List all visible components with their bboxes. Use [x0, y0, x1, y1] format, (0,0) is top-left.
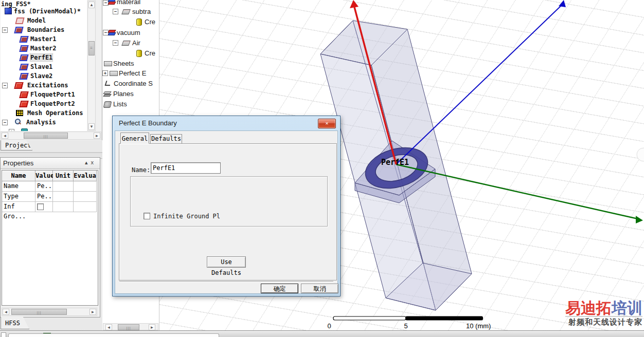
material-layers-icon — [109, 30, 115, 35]
watermark-tagline: 射频和天线设计专家 — [565, 316, 642, 326]
scroll-left-button[interactable]: ◄ — [2, 133, 8, 139]
prop-type-unit[interactable] — [53, 192, 74, 202]
message-window-edge — [0, 330, 644, 337]
properties-grid: Name Value Unit Evalua Name Pe... Type P… — [2, 170, 98, 306]
project-hscrollbar[interactable]: ◄ ||| ► — [1, 132, 101, 140]
docked-window-top[interactable] — [8, 333, 219, 337]
collapse-toggle[interactable]: − — [113, 9, 118, 14]
scale-10: 10 (mm) — [466, 322, 491, 330]
prop-type-eval — [74, 192, 97, 202]
scroll-right-button[interactable]: ► — [90, 309, 96, 315]
collapse-panel-button[interactable]: ▴ — [85, 159, 91, 165]
y-axis-arrow — [559, 0, 566, 7]
dialog-titlebar[interactable]: Perfect E Boundary — [113, 116, 340, 130]
collapse-toggle[interactable]: − — [2, 83, 8, 88]
expand-toggle[interactable]: + — [9, 129, 14, 131]
sheet-icon — [110, 71, 118, 76]
prop-infground-eval — [74, 202, 97, 212]
solid-box-icon — [121, 41, 131, 46]
tab-general[interactable]: General — [120, 133, 149, 144]
sheet-icon — [104, 61, 112, 66]
column-header-value[interactable]: Value — [35, 171, 53, 181]
hfss-application: { "project_panel": { "header": "ing_FSS*… — [0, 0, 644, 337]
properties-title: Properties — [3, 159, 33, 167]
model-icon — [15, 17, 24, 24]
collapse-toggle[interactable]: − — [113, 40, 118, 46]
mesh-icon — [16, 110, 23, 116]
options-groupbox: Infinite Ground Pl — [130, 176, 328, 227]
properties-titlebar[interactable]: Properties ▴x — [1, 158, 100, 169]
watermark-brand: 易迪拓培训 — [565, 300, 642, 316]
project-vscrollbar[interactable]: ▲ ≡ ▼ — [87, 1, 96, 131]
cancel-button[interactable]: 取消 — [301, 284, 338, 293]
scroll-thumb[interactable]: ||| — [118, 324, 139, 330]
prop-type-label: Type — [2, 192, 35, 202]
tab-defaults[interactable]: Defaults — [150, 134, 182, 143]
watermark-brand-red: 易迪拓 — [565, 299, 612, 316]
prop-name-unit[interactable] — [53, 181, 74, 192]
collapse-toggle[interactable]: − — [2, 120, 8, 125]
ok-button[interactable]: 确定 — [261, 284, 298, 293]
watermark-brand-blue: 培训 — [612, 299, 642, 316]
use-defaults-button[interactable]: Use Defaults — [207, 256, 246, 268]
expand-toggle[interactable]: + — [102, 70, 108, 76]
prop-infground-unit[interactable] — [53, 202, 74, 212]
modeler-hscrollbar[interactable]: ◄ ||| ► — [103, 323, 158, 330]
boundary-icon — [19, 64, 28, 70]
prop-name-label: Name — [2, 181, 35, 192]
z-axis-arrow — [636, 216, 643, 223]
perfect-e-boundary-dialog: Perfect E Boundary ✕ General Defaults Na… — [112, 116, 341, 296]
column-header-unit[interactable]: Unit — [53, 171, 74, 181]
column-header-name[interactable]: Name — [2, 171, 35, 181]
boundary-icon — [14, 27, 23, 33]
scroll-thumb[interactable]: ≡ — [88, 41, 95, 55]
x-axis-arrow — [350, 0, 359, 8]
close-panel-button[interactable]: x — [91, 159, 97, 165]
infinite-ground-label: Infinite Ground Pl — [153, 213, 220, 220]
dialog-separator — [119, 281, 333, 282]
excitation-icon — [14, 82, 23, 89]
project-tree[interactable]: ing_FSS* fss (DrivenModal)* Model − Boun… — [1, 0, 87, 131]
properties-hscrollbar[interactable]: ◄ ||| ► — [2, 308, 97, 316]
tab-hfss[interactable]: HFSS — [1, 317, 29, 329]
dialog-close-button[interactable]: ✕ — [318, 119, 336, 128]
boundary-name-input[interactable] — [151, 162, 221, 174]
column-header-evaluated[interactable]: Evalua — [74, 171, 97, 181]
scroll-left-button[interactable]: ◄ — [105, 324, 112, 330]
perfe1-label: PerfE1 — [381, 158, 409, 167]
material-layers-icon — [109, 0, 115, 5]
inf-ground-checkbox[interactable] — [37, 203, 44, 210]
solid-box-icon — [121, 9, 131, 14]
window-corner — [1, 332, 6, 337]
prop-infground-value[interactable] — [35, 202, 53, 212]
prop-name-eval — [74, 181, 97, 192]
lists-icon — [103, 101, 112, 108]
dialog-title: Perfect E Boundary — [119, 119, 177, 127]
collapse-toggle[interactable]: − — [2, 27, 8, 33]
scroll-down-button[interactable]: ▼ — [88, 123, 95, 130]
scroll-right-button[interactable]: ► — [94, 133, 100, 139]
prop-type-value[interactable]: Pe... — [35, 192, 53, 202]
properties-panel: Properties ▴x Name Value Unit Evalua Nam… — [0, 157, 100, 317]
infinite-ground-checkbox[interactable] — [144, 213, 150, 219]
boundary-icon — [19, 73, 28, 80]
scroll-left-button[interactable]: ◄ — [3, 309, 9, 315]
setup-icon — [21, 128, 28, 131]
prop-infground-label: Inf Gro... — [2, 202, 35, 212]
scale-bar: 0 5 10 (mm) — [327, 316, 491, 330]
scroll-thumb[interactable]: ||| — [11, 309, 67, 315]
tab-project[interactable]: Project — [1, 140, 32, 151]
rotate-widget[interactable] — [637, 148, 644, 161]
prop-name-value[interactable]: Pe... — [35, 181, 53, 192]
coordinate-system-icon — [104, 80, 111, 86]
scroll-thumb[interactable]: ||| — [24, 133, 68, 139]
scroll-right-button[interactable]: ► — [149, 324, 155, 330]
planes-icon — [104, 91, 111, 97]
create-command-icon — [136, 18, 142, 26]
boundary-icon — [19, 54, 28, 61]
dialog-client-area: General Defaults Name: Infinite Ground P… — [115, 130, 338, 294]
scale-0: 0 — [327, 322, 331, 330]
scroll-up-button[interactable]: ▲ — [88, 2, 95, 8]
excitation-icon — [19, 101, 28, 107]
scale-5: 5 — [404, 322, 407, 330]
